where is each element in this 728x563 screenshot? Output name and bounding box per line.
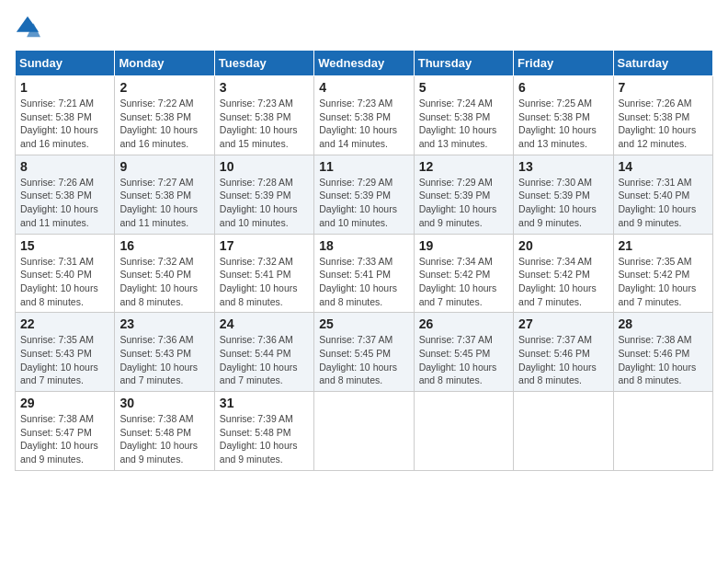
day-info: Sunrise: 7:38 AMSunset: 5:46 PMDaylight:… <box>619 333 708 387</box>
day-number: 13 <box>518 159 608 174</box>
day-info: Sunrise: 7:23 AMSunset: 5:38 PMDaylight:… <box>319 97 408 151</box>
calendar-cell: 28Sunrise: 7:38 AMSunset: 5:46 PMDayligh… <box>613 313 712 392</box>
weekday-header: Sunday <box>16 51 115 76</box>
weekday-header: Friday <box>514 51 613 76</box>
weekday-header: Tuesday <box>214 51 313 76</box>
calendar-cell <box>414 392 513 471</box>
calendar-cell: 31Sunrise: 7:39 AMSunset: 5:48 PMDayligh… <box>214 392 313 471</box>
calendar-cell: 5Sunrise: 7:24 AMSunset: 5:38 PMDaylight… <box>414 76 513 155</box>
day-info: Sunrise: 7:34 AMSunset: 5:42 PMDaylight:… <box>419 255 508 309</box>
day-info: Sunrise: 7:22 AMSunset: 5:38 PMDaylight:… <box>119 97 209 151</box>
day-number: 12 <box>419 159 508 174</box>
day-info: Sunrise: 7:32 AMSunset: 5:40 PMDaylight:… <box>119 255 209 309</box>
calendar-week-row: 29Sunrise: 7:38 AMSunset: 5:47 PMDayligh… <box>16 392 713 471</box>
day-number: 26 <box>419 316 508 331</box>
weekday-header: Thursday <box>414 51 513 76</box>
calendar-week-row: 15Sunrise: 7:31 AMSunset: 5:40 PMDayligh… <box>16 234 713 313</box>
calendar-cell: 14Sunrise: 7:31 AMSunset: 5:40 PMDayligh… <box>613 155 712 234</box>
calendar-cell: 23Sunrise: 7:36 AMSunset: 5:43 PMDayligh… <box>115 313 214 392</box>
day-info: Sunrise: 7:24 AMSunset: 5:38 PMDaylight:… <box>419 97 508 151</box>
day-number: 15 <box>20 238 109 253</box>
day-info: Sunrise: 7:38 AMSunset: 5:48 PMDaylight:… <box>119 412 209 466</box>
day-number: 25 <box>319 316 408 331</box>
calendar-cell: 30Sunrise: 7:38 AMSunset: 5:48 PMDayligh… <box>115 392 214 471</box>
day-number: 8 <box>20 159 109 174</box>
calendar-cell: 4Sunrise: 7:23 AMSunset: 5:38 PMDaylight… <box>314 76 414 155</box>
calendar-cell: 3Sunrise: 7:23 AMSunset: 5:38 PMDaylight… <box>214 76 313 155</box>
day-info: Sunrise: 7:21 AMSunset: 5:38 PMDaylight:… <box>20 97 109 151</box>
page-header <box>15 15 713 40</box>
calendar-week-row: 8Sunrise: 7:26 AMSunset: 5:38 PMDaylight… <box>16 155 713 234</box>
day-info: Sunrise: 7:28 AMSunset: 5:39 PMDaylight:… <box>220 176 309 230</box>
day-number: 7 <box>619 80 708 95</box>
calendar-cell <box>613 392 712 471</box>
day-info: Sunrise: 7:31 AMSunset: 5:40 PMDaylight:… <box>619 176 708 230</box>
calendar-cell: 9Sunrise: 7:27 AMSunset: 5:38 PMDaylight… <box>115 155 214 234</box>
weekday-header: Saturday <box>613 51 712 76</box>
calendar-cell: 24Sunrise: 7:36 AMSunset: 5:44 PMDayligh… <box>214 313 313 392</box>
day-number: 22 <box>20 316 109 331</box>
calendar-table: SundayMondayTuesdayWednesdayThursdayFrid… <box>15 50 713 471</box>
day-number: 6 <box>518 80 608 95</box>
day-number: 3 <box>220 80 309 95</box>
day-info: Sunrise: 7:36 AMSunset: 5:44 PMDaylight:… <box>220 333 309 387</box>
calendar-cell <box>314 392 414 471</box>
day-info: Sunrise: 7:37 AMSunset: 5:46 PMDaylight:… <box>518 333 608 387</box>
day-number: 19 <box>419 238 508 253</box>
day-info: Sunrise: 7:36 AMSunset: 5:43 PMDaylight:… <box>119 333 209 387</box>
day-info: Sunrise: 7:35 AMSunset: 5:42 PMDaylight:… <box>619 255 708 309</box>
day-number: 4 <box>319 80 408 95</box>
calendar-cell: 27Sunrise: 7:37 AMSunset: 5:46 PMDayligh… <box>514 313 613 392</box>
calendar-cell: 29Sunrise: 7:38 AMSunset: 5:47 PMDayligh… <box>16 392 115 471</box>
calendar-cell: 19Sunrise: 7:34 AMSunset: 5:42 PMDayligh… <box>414 234 513 313</box>
day-info: Sunrise: 7:35 AMSunset: 5:43 PMDaylight:… <box>20 333 109 387</box>
day-info: Sunrise: 7:38 AMSunset: 5:47 PMDaylight:… <box>20 412 109 466</box>
calendar-cell: 11Sunrise: 7:29 AMSunset: 5:39 PMDayligh… <box>314 155 414 234</box>
day-info: Sunrise: 7:29 AMSunset: 5:39 PMDaylight:… <box>319 176 408 230</box>
weekday-header: Monday <box>115 51 214 76</box>
day-info: Sunrise: 7:26 AMSunset: 5:38 PMDaylight:… <box>20 176 109 230</box>
calendar-cell <box>514 392 613 471</box>
day-info: Sunrise: 7:23 AMSunset: 5:38 PMDaylight:… <box>220 97 309 151</box>
calendar-cell: 1Sunrise: 7:21 AMSunset: 5:38 PMDaylight… <box>16 76 115 155</box>
day-number: 18 <box>319 238 408 253</box>
calendar-cell: 22Sunrise: 7:35 AMSunset: 5:43 PMDayligh… <box>16 313 115 392</box>
day-info: Sunrise: 7:29 AMSunset: 5:39 PMDaylight:… <box>419 176 508 230</box>
day-number: 14 <box>619 159 708 174</box>
weekday-header-row: SundayMondayTuesdayWednesdayThursdayFrid… <box>16 51 713 76</box>
calendar-cell: 26Sunrise: 7:37 AMSunset: 5:45 PMDayligh… <box>414 313 513 392</box>
logo-icon <box>15 15 40 40</box>
day-number: 28 <box>619 316 708 331</box>
day-number: 2 <box>119 80 209 95</box>
calendar-week-row: 1Sunrise: 7:21 AMSunset: 5:38 PMDaylight… <box>16 76 713 155</box>
day-info: Sunrise: 7:39 AMSunset: 5:48 PMDaylight:… <box>220 412 309 466</box>
calendar-cell: 7Sunrise: 7:26 AMSunset: 5:38 PMDaylight… <box>613 76 712 155</box>
day-number: 23 <box>119 316 209 331</box>
day-number: 29 <box>20 396 109 410</box>
weekday-header: Wednesday <box>314 51 414 76</box>
day-info: Sunrise: 7:31 AMSunset: 5:40 PMDaylight:… <box>20 255 109 309</box>
day-info: Sunrise: 7:26 AMSunset: 5:38 PMDaylight:… <box>619 97 708 151</box>
day-number: 1 <box>20 80 109 95</box>
day-number: 20 <box>518 238 608 253</box>
calendar-cell: 10Sunrise: 7:28 AMSunset: 5:39 PMDayligh… <box>214 155 313 234</box>
calendar-cell: 6Sunrise: 7:25 AMSunset: 5:38 PMDaylight… <box>514 76 613 155</box>
day-number: 24 <box>220 316 309 331</box>
logo <box>15 15 44 40</box>
calendar-cell: 13Sunrise: 7:30 AMSunset: 5:39 PMDayligh… <box>514 155 613 234</box>
calendar-cell: 25Sunrise: 7:37 AMSunset: 5:45 PMDayligh… <box>314 313 414 392</box>
day-info: Sunrise: 7:27 AMSunset: 5:38 PMDaylight:… <box>119 176 209 230</box>
calendar-cell: 17Sunrise: 7:32 AMSunset: 5:41 PMDayligh… <box>214 234 313 313</box>
day-info: Sunrise: 7:37 AMSunset: 5:45 PMDaylight:… <box>319 333 408 387</box>
day-info: Sunrise: 7:32 AMSunset: 5:41 PMDaylight:… <box>220 255 309 309</box>
calendar-cell: 12Sunrise: 7:29 AMSunset: 5:39 PMDayligh… <box>414 155 513 234</box>
calendar-cell: 2Sunrise: 7:22 AMSunset: 5:38 PMDaylight… <box>115 76 214 155</box>
calendar-cell: 20Sunrise: 7:34 AMSunset: 5:42 PMDayligh… <box>514 234 613 313</box>
day-info: Sunrise: 7:34 AMSunset: 5:42 PMDaylight:… <box>518 255 608 309</box>
day-number: 30 <box>119 396 209 410</box>
day-number: 5 <box>419 80 508 95</box>
day-number: 27 <box>518 316 608 331</box>
day-number: 17 <box>220 238 309 253</box>
day-number: 9 <box>119 159 209 174</box>
day-info: Sunrise: 7:25 AMSunset: 5:38 PMDaylight:… <box>518 97 608 151</box>
